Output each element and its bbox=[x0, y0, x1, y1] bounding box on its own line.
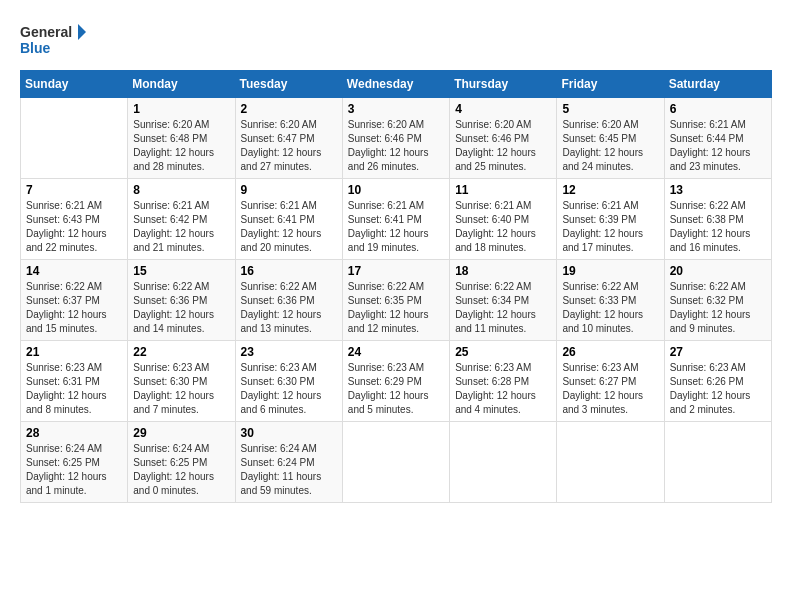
day-number: 7 bbox=[26, 183, 122, 197]
calendar-cell: 25Sunrise: 6:23 AMSunset: 6:28 PMDayligh… bbox=[450, 341, 557, 422]
day-info: Sunrise: 6:23 AMSunset: 6:28 PMDaylight:… bbox=[455, 361, 551, 417]
day-info: Sunrise: 6:21 AMSunset: 6:43 PMDaylight:… bbox=[26, 199, 122, 255]
calendar-cell: 2Sunrise: 6:20 AMSunset: 6:47 PMDaylight… bbox=[235, 98, 342, 179]
calendar-cell: 24Sunrise: 6:23 AMSunset: 6:29 PMDayligh… bbox=[342, 341, 449, 422]
day-info: Sunrise: 6:22 AMSunset: 6:36 PMDaylight:… bbox=[133, 280, 229, 336]
day-number: 16 bbox=[241, 264, 337, 278]
day-number: 9 bbox=[241, 183, 337, 197]
col-header-wednesday: Wednesday bbox=[342, 71, 449, 98]
day-info: Sunrise: 6:21 AMSunset: 6:39 PMDaylight:… bbox=[562, 199, 658, 255]
calendar-cell: 18Sunrise: 6:22 AMSunset: 6:34 PMDayligh… bbox=[450, 260, 557, 341]
day-number: 21 bbox=[26, 345, 122, 359]
col-header-monday: Monday bbox=[128, 71, 235, 98]
calendar-cell: 7Sunrise: 6:21 AMSunset: 6:43 PMDaylight… bbox=[21, 179, 128, 260]
col-header-tuesday: Tuesday bbox=[235, 71, 342, 98]
day-info: Sunrise: 6:23 AMSunset: 6:30 PMDaylight:… bbox=[241, 361, 337, 417]
day-info: Sunrise: 6:21 AMSunset: 6:44 PMDaylight:… bbox=[670, 118, 766, 174]
day-number: 10 bbox=[348, 183, 444, 197]
day-number: 3 bbox=[348, 102, 444, 116]
calendar-cell: 30Sunrise: 6:24 AMSunset: 6:24 PMDayligh… bbox=[235, 422, 342, 503]
col-header-thursday: Thursday bbox=[450, 71, 557, 98]
calendar-cell: 13Sunrise: 6:22 AMSunset: 6:38 PMDayligh… bbox=[664, 179, 771, 260]
calendar-cell: 9Sunrise: 6:21 AMSunset: 6:41 PMDaylight… bbox=[235, 179, 342, 260]
day-info: Sunrise: 6:24 AMSunset: 6:24 PMDaylight:… bbox=[241, 442, 337, 498]
col-header-saturday: Saturday bbox=[664, 71, 771, 98]
day-number: 1 bbox=[133, 102, 229, 116]
day-number: 6 bbox=[670, 102, 766, 116]
day-info: Sunrise: 6:24 AMSunset: 6:25 PMDaylight:… bbox=[26, 442, 122, 498]
day-number: 30 bbox=[241, 426, 337, 440]
day-info: Sunrise: 6:23 AMSunset: 6:30 PMDaylight:… bbox=[133, 361, 229, 417]
day-number: 11 bbox=[455, 183, 551, 197]
calendar-cell: 23Sunrise: 6:23 AMSunset: 6:30 PMDayligh… bbox=[235, 341, 342, 422]
calendar-cell: 16Sunrise: 6:22 AMSunset: 6:36 PMDayligh… bbox=[235, 260, 342, 341]
day-info: Sunrise: 6:22 AMSunset: 6:32 PMDaylight:… bbox=[670, 280, 766, 336]
calendar-cell bbox=[557, 422, 664, 503]
day-number: 25 bbox=[455, 345, 551, 359]
calendar-cell: 20Sunrise: 6:22 AMSunset: 6:32 PMDayligh… bbox=[664, 260, 771, 341]
calendar-header-row: SundayMondayTuesdayWednesdayThursdayFrid… bbox=[21, 71, 772, 98]
day-number: 19 bbox=[562, 264, 658, 278]
day-number: 23 bbox=[241, 345, 337, 359]
day-info: Sunrise: 6:24 AMSunset: 6:25 PMDaylight:… bbox=[133, 442, 229, 498]
calendar-cell: 14Sunrise: 6:22 AMSunset: 6:37 PMDayligh… bbox=[21, 260, 128, 341]
day-info: Sunrise: 6:23 AMSunset: 6:26 PMDaylight:… bbox=[670, 361, 766, 417]
col-header-sunday: Sunday bbox=[21, 71, 128, 98]
calendar-cell: 4Sunrise: 6:20 AMSunset: 6:46 PMDaylight… bbox=[450, 98, 557, 179]
day-number: 5 bbox=[562, 102, 658, 116]
calendar-cell bbox=[21, 98, 128, 179]
calendar-cell: 15Sunrise: 6:22 AMSunset: 6:36 PMDayligh… bbox=[128, 260, 235, 341]
day-number: 13 bbox=[670, 183, 766, 197]
day-info: Sunrise: 6:23 AMSunset: 6:31 PMDaylight:… bbox=[26, 361, 122, 417]
calendar-cell: 19Sunrise: 6:22 AMSunset: 6:33 PMDayligh… bbox=[557, 260, 664, 341]
day-number: 29 bbox=[133, 426, 229, 440]
day-info: Sunrise: 6:20 AMSunset: 6:48 PMDaylight:… bbox=[133, 118, 229, 174]
day-info: Sunrise: 6:20 AMSunset: 6:46 PMDaylight:… bbox=[455, 118, 551, 174]
calendar-cell: 28Sunrise: 6:24 AMSunset: 6:25 PMDayligh… bbox=[21, 422, 128, 503]
calendar-cell: 11Sunrise: 6:21 AMSunset: 6:40 PMDayligh… bbox=[450, 179, 557, 260]
calendar-cell: 12Sunrise: 6:21 AMSunset: 6:39 PMDayligh… bbox=[557, 179, 664, 260]
day-number: 22 bbox=[133, 345, 229, 359]
calendar-cell: 21Sunrise: 6:23 AMSunset: 6:31 PMDayligh… bbox=[21, 341, 128, 422]
logo: General Blue bbox=[20, 20, 90, 60]
calendar-cell: 22Sunrise: 6:23 AMSunset: 6:30 PMDayligh… bbox=[128, 341, 235, 422]
calendar-cell: 17Sunrise: 6:22 AMSunset: 6:35 PMDayligh… bbox=[342, 260, 449, 341]
svg-text:General: General bbox=[20, 24, 72, 40]
day-info: Sunrise: 6:22 AMSunset: 6:35 PMDaylight:… bbox=[348, 280, 444, 336]
day-info: Sunrise: 6:20 AMSunset: 6:45 PMDaylight:… bbox=[562, 118, 658, 174]
day-number: 24 bbox=[348, 345, 444, 359]
day-info: Sunrise: 6:21 AMSunset: 6:41 PMDaylight:… bbox=[241, 199, 337, 255]
page-header: General Blue bbox=[20, 20, 772, 60]
calendar-cell: 3Sunrise: 6:20 AMSunset: 6:46 PMDaylight… bbox=[342, 98, 449, 179]
day-info: Sunrise: 6:22 AMSunset: 6:37 PMDaylight:… bbox=[26, 280, 122, 336]
calendar-week-row: 21Sunrise: 6:23 AMSunset: 6:31 PMDayligh… bbox=[21, 341, 772, 422]
svg-marker-2 bbox=[78, 24, 86, 40]
day-number: 28 bbox=[26, 426, 122, 440]
day-info: Sunrise: 6:22 AMSunset: 6:34 PMDaylight:… bbox=[455, 280, 551, 336]
day-info: Sunrise: 6:23 AMSunset: 6:29 PMDaylight:… bbox=[348, 361, 444, 417]
day-info: Sunrise: 6:21 AMSunset: 6:42 PMDaylight:… bbox=[133, 199, 229, 255]
calendar-week-row: 28Sunrise: 6:24 AMSunset: 6:25 PMDayligh… bbox=[21, 422, 772, 503]
svg-text:Blue: Blue bbox=[20, 40, 51, 56]
calendar-cell: 29Sunrise: 6:24 AMSunset: 6:25 PMDayligh… bbox=[128, 422, 235, 503]
logo-svg: General Blue bbox=[20, 20, 90, 60]
day-number: 20 bbox=[670, 264, 766, 278]
calendar-cell: 26Sunrise: 6:23 AMSunset: 6:27 PMDayligh… bbox=[557, 341, 664, 422]
calendar-cell: 8Sunrise: 6:21 AMSunset: 6:42 PMDaylight… bbox=[128, 179, 235, 260]
day-number: 14 bbox=[26, 264, 122, 278]
day-number: 8 bbox=[133, 183, 229, 197]
day-info: Sunrise: 6:22 AMSunset: 6:36 PMDaylight:… bbox=[241, 280, 337, 336]
day-info: Sunrise: 6:21 AMSunset: 6:41 PMDaylight:… bbox=[348, 199, 444, 255]
calendar-week-row: 14Sunrise: 6:22 AMSunset: 6:37 PMDayligh… bbox=[21, 260, 772, 341]
day-info: Sunrise: 6:21 AMSunset: 6:40 PMDaylight:… bbox=[455, 199, 551, 255]
calendar-cell: 27Sunrise: 6:23 AMSunset: 6:26 PMDayligh… bbox=[664, 341, 771, 422]
calendar-cell: 6Sunrise: 6:21 AMSunset: 6:44 PMDaylight… bbox=[664, 98, 771, 179]
day-number: 4 bbox=[455, 102, 551, 116]
day-number: 12 bbox=[562, 183, 658, 197]
day-info: Sunrise: 6:20 AMSunset: 6:47 PMDaylight:… bbox=[241, 118, 337, 174]
calendar-week-row: 7Sunrise: 6:21 AMSunset: 6:43 PMDaylight… bbox=[21, 179, 772, 260]
day-number: 15 bbox=[133, 264, 229, 278]
calendar-cell: 10Sunrise: 6:21 AMSunset: 6:41 PMDayligh… bbox=[342, 179, 449, 260]
calendar-cell: 5Sunrise: 6:20 AMSunset: 6:45 PMDaylight… bbox=[557, 98, 664, 179]
day-info: Sunrise: 6:22 AMSunset: 6:33 PMDaylight:… bbox=[562, 280, 658, 336]
